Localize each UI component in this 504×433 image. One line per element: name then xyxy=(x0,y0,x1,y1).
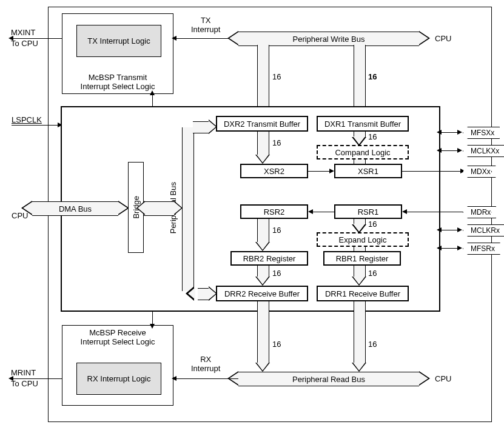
rbr1-block: RBR1 Register xyxy=(323,251,401,266)
pin-mdxx: MDXx xyxy=(463,166,496,178)
rx-int-line xyxy=(174,378,238,379)
w16-10: 16 xyxy=(368,340,377,349)
peripheral-read-bus: Peripheral Read Bus xyxy=(238,372,419,386)
peripheral-write-bus: Peripheral Write Bus xyxy=(238,32,419,46)
pin-mclkrx: MCLKRx xyxy=(463,224,504,237)
write-bus-v2 xyxy=(354,45,366,107)
rx-interrupt-label: RX Interrupt xyxy=(191,355,220,373)
mxint-label: MXINT xyxy=(11,28,35,37)
write-bus-v1 xyxy=(257,45,269,107)
tx-interrupt-logic: TX Interrupt Logic xyxy=(76,25,161,57)
rsr2-block: RSR2 xyxy=(240,204,308,219)
w16-2: 16 xyxy=(368,72,377,81)
mxint-sub-label: To CPU xyxy=(11,39,38,48)
drr2-block: DRR2 Receive Buffer xyxy=(216,286,308,301)
mrint-label: MRINT xyxy=(11,368,36,377)
rx-interrupt-logic: RX Interrupt Logic xyxy=(76,363,161,395)
cpu-top-right: CPU xyxy=(435,34,451,43)
w16-7: 16 xyxy=(272,269,281,278)
core-to-rx-arrow xyxy=(150,324,155,329)
pin-mfsxx: MFSXx xyxy=(463,127,500,139)
dma-bus: DMA Bus xyxy=(32,201,118,216)
expand-block: Expand Logic xyxy=(317,232,409,247)
w16-3: 16 xyxy=(272,138,281,147)
w16-5: 16 xyxy=(272,226,281,235)
cpu-left-label: CPU xyxy=(12,211,28,220)
mrint-sub-label: To CPU xyxy=(11,379,38,388)
pin-mfsrx: MFSRx xyxy=(463,243,500,255)
w16-8: 16 xyxy=(368,269,377,278)
rbr2-block: RBR2 Register xyxy=(230,251,308,266)
diagram-canvas: MXINT To CPU McBSP Transmit Interrupt Se… xyxy=(0,0,504,433)
w16-4: 16 xyxy=(368,132,377,141)
bridge-to-pbus xyxy=(144,201,174,216)
w16-6: 16 xyxy=(368,220,377,229)
pin-mdrx: MDRx xyxy=(463,206,496,218)
xsr2-block: XSR2 xyxy=(240,164,308,178)
drr1-block: DRR1 Receive Buffer xyxy=(317,286,409,301)
tx-interrupt-label: TX Interrupt xyxy=(191,16,220,34)
tx-select-label: McBSP Transmit Interrupt Select Logic xyxy=(81,73,155,91)
cpu-bottom-right: CPU xyxy=(435,374,451,383)
rsr1-block: RSR1 xyxy=(334,204,402,219)
peripheral-bus-v xyxy=(182,127,194,291)
lspclk-line xyxy=(12,125,60,126)
w16-9: 16 xyxy=(272,340,281,349)
core-to-rx-line xyxy=(152,312,153,325)
tx-int-arrow xyxy=(172,36,176,41)
tx-to-core-line xyxy=(152,94,153,106)
w16-1: 16 xyxy=(272,72,281,81)
tx-to-core-arrow xyxy=(150,90,155,95)
rx-select-label: McBSP Receive Interrupt Select Logic xyxy=(81,328,155,346)
compand-block: Compand Logic xyxy=(317,145,409,159)
xsr1-block: XSR1 xyxy=(334,164,402,178)
lspclk-label: LSPCLK xyxy=(12,115,42,124)
dxr2-block: DXR2 Transmit Buffer xyxy=(216,116,308,132)
rx-int-arrow xyxy=(172,376,176,381)
dxr1-block: DXR1 Transmit Buffer xyxy=(317,116,409,132)
pin-mclkxx: MCLKXx xyxy=(463,145,504,157)
